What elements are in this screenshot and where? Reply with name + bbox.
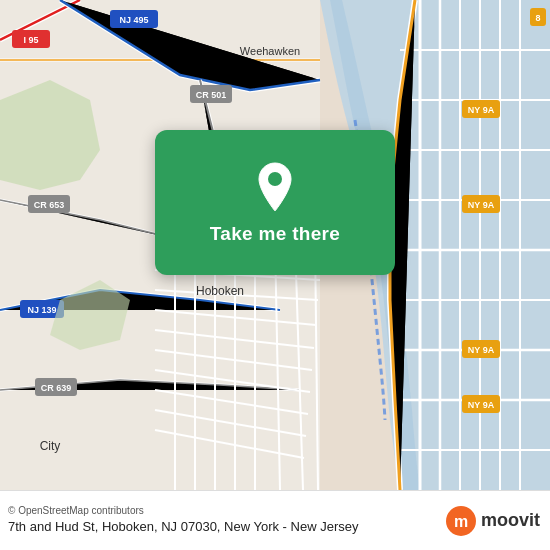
svg-text:City: City — [40, 439, 61, 453]
svg-text:Hoboken: Hoboken — [196, 284, 244, 298]
take-me-there-label: Take me there — [210, 223, 340, 245]
osm-credit: © OpenStreetMap contributors — [8, 505, 445, 516]
svg-text:I 95: I 95 — [23, 35, 38, 45]
svg-text:NY 9A: NY 9A — [468, 400, 495, 410]
moovit-logo: m moovit — [445, 505, 540, 537]
svg-text:NY 9A: NY 9A — [468, 200, 495, 210]
svg-text:Weehawken: Weehawken — [240, 45, 300, 57]
location-pin-icon — [253, 161, 297, 213]
footer: © OpenStreetMap contributors 7th and Hud… — [0, 490, 550, 550]
take-me-there-button[interactable]: Take me there — [155, 130, 395, 275]
map-container: I 95 NJ 495 CR 501 CR 653 NJ 139 CR 639 … — [0, 0, 550, 490]
svg-text:CR 653: CR 653 — [34, 200, 65, 210]
address-text: 7th and Hud St, Hoboken, NJ 07030, New Y… — [8, 519, 445, 536]
svg-text:NJ 139: NJ 139 — [27, 305, 56, 315]
svg-text:8: 8 — [535, 13, 540, 23]
svg-text:NY 9A: NY 9A — [468, 345, 495, 355]
svg-text:CR 639: CR 639 — [41, 383, 72, 393]
svg-text:NJ 495: NJ 495 — [119, 15, 148, 25]
svg-text:m: m — [454, 513, 468, 530]
footer-left: © OpenStreetMap contributors 7th and Hud… — [8, 505, 445, 536]
moovit-icon: m — [445, 505, 477, 537]
svg-text:CR 501: CR 501 — [196, 90, 227, 100]
svg-point-62 — [268, 172, 282, 186]
svg-text:NY 9A: NY 9A — [468, 105, 495, 115]
moovit-text: moovit — [481, 510, 540, 531]
